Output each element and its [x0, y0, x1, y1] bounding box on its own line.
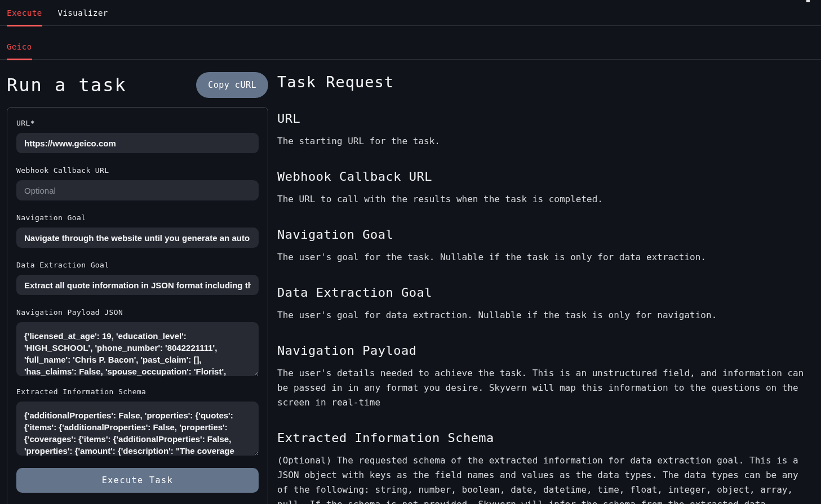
sub-tabbar: Geico — [0, 26, 821, 60]
section-heading: Navigation Goal — [277, 228, 810, 242]
doc-section-navigation-payload: Navigation Payload The user's details ne… — [277, 344, 810, 410]
section-heading: URL — [277, 111, 810, 126]
section-body: (Optional) The requested schema of the e… — [277, 453, 810, 504]
task-request-title: Task Request — [277, 73, 810, 91]
section-body: The starting URL for the task. — [277, 134, 810, 149]
doc-section-data-extraction-goal: Data Extraction Goal The user's goal for… — [277, 286, 810, 323]
url-input[interactable] — [16, 133, 259, 153]
navigation-goal-input[interactable] — [16, 228, 259, 248]
section-heading: Extracted Information Schema — [277, 431, 810, 445]
webhook-input[interactable] — [16, 180, 259, 200]
main-content: Run a task Copy cURL URL* Webhook Callba… — [0, 60, 821, 504]
execute-task-button[interactable]: Execute Task — [16, 468, 259, 493]
webhook-field-group: Webhook Callback URL — [16, 166, 259, 200]
url-field-group: URL* — [16, 119, 259, 153]
data-extraction-goal-input[interactable] — [16, 275, 259, 295]
navigation-payload-field-group: Navigation Payload JSON {'licensed_at_ag… — [16, 308, 259, 376]
section-heading: Navigation Payload — [277, 344, 810, 358]
data-extraction-goal-label: Data Extraction Goal — [16, 261, 259, 269]
section-body: The user's goal for the task. Nullable i… — [277, 250, 810, 265]
doc-section-webhook: Webhook Callback URL The URL to call wit… — [277, 170, 810, 207]
copy-curl-button[interactable]: Copy cURL — [196, 72, 268, 98]
webhook-label: Webhook Callback URL — [16, 166, 259, 175]
navigation-goal-field-group: Navigation Goal — [16, 213, 259, 248]
section-body: The URL to call with the results when th… — [277, 192, 810, 207]
navigation-payload-label: Navigation Payload JSON — [16, 308, 259, 316]
main-tabbar: Execute Visualizer — [0, 0, 821, 26]
run-task-panel: Run a task Copy cURL URL* Webhook Callba… — [7, 60, 268, 504]
run-task-header: Run a task Copy cURL — [7, 72, 268, 98]
tab-visualizer[interactable]: Visualizer — [58, 0, 108, 25]
extracted-schema-field-group: Extracted Information Schema {'additiona… — [16, 387, 259, 456]
page-title: Run a task — [7, 74, 127, 96]
scrollbar-thumb[interactable] — [806, 0, 810, 2]
data-extraction-goal-field-group: Data Extraction Goal — [16, 261, 259, 295]
section-body: The user's goal for data extraction. Nul… — [277, 308, 810, 323]
section-heading: Webhook Callback URL — [277, 170, 810, 184]
url-label: URL* — [16, 119, 259, 127]
doc-section-url: URL The starting URL for the task. — [277, 111, 810, 149]
section-body: The user's details needed to achieve the… — [277, 366, 810, 410]
extracted-schema-label: Extracted Information Schema — [16, 387, 259, 396]
tab-geico[interactable]: Geico — [7, 26, 32, 59]
navigation-goal-label: Navigation Goal — [16, 213, 259, 222]
navigation-payload-textarea[interactable]: {'licensed_at_age': 19, 'education_level… — [16, 322, 259, 376]
task-form-card: URL* Webhook Callback URL Navigation Goa… — [7, 107, 268, 504]
tab-execute[interactable]: Execute — [7, 0, 42, 25]
extracted-schema-textarea[interactable]: {'additionalProperties': False, 'propert… — [16, 402, 259, 456]
doc-section-navigation-goal: Navigation Goal The user's goal for the … — [277, 228, 810, 265]
section-heading: Data Extraction Goal — [277, 286, 810, 300]
task-request-panel: Task Request URL The starting URL for th… — [277, 60, 810, 504]
doc-section-extracted-schema: Extracted Information Schema (Optional) … — [277, 431, 810, 504]
